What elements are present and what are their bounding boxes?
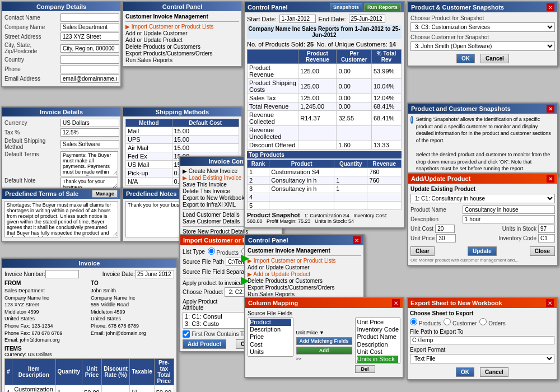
contact-name-label: Contact Name [4,15,60,21]
revenue-table: Product RevenuePer Customer% Total Rev P… [247,49,402,150]
choose-customer-row: Choose Customer for Snapshot 3: John Smi… [410,34,555,51]
column-mapping-close[interactable]: ✕ [392,299,400,307]
cp2-item-1[interactable]: ▶ Import Customer or Product Lists [248,258,361,264]
choose-customer-select[interactable]: 3: John Smith (Open Software) [410,41,555,51]
city-input[interactable] [60,44,119,53]
snapshot-ok-button[interactable]: OK [456,54,475,63]
invoice-number-input[interactable] [45,270,79,278]
to-label: TO [91,280,174,286]
products-export-radio[interactable] [410,318,417,325]
export-sheet-close[interactable]: ✕ [546,299,554,307]
file-path-input[interactable] [410,336,554,344]
units-in-stock-input[interactable] [538,225,555,233]
terms-content[interactable]: Shortages: The Buyer must make all claim… [4,201,118,237]
inventory-code-label: Inventory Code [498,235,536,241]
email-input[interactable] [60,74,119,83]
cp-item-3[interactable]: Add or Update Product [125,37,239,43]
from-label: FROM [4,280,88,286]
table-row: Discount Offered1.6013.33 [248,141,402,150]
choose-product-row: Choose Product for Snapshot 3: C3: Custo… [410,15,555,32]
update-button[interactable]: Update [468,246,497,256]
close-button[interactable]: Close [530,246,555,256]
product-dropdown[interactable]: 1: C1: Consultancy in house [410,194,555,203]
price-inv-row: Unit Price Inventory Code [410,234,555,244]
cp2-item-5[interactable]: Export Products/Customers/Orders [248,284,361,291]
contact-name-input[interactable] [60,13,119,22]
info-icon: i [410,116,413,124]
product-snapshot-close[interactable]: ✕ [547,3,554,11]
products-radio[interactable] [208,248,215,255]
tax-input[interactable] [60,128,119,137]
product-snapshot-info-window: Product and Customer Snapshots ✕ i Setti… [407,102,558,176]
default-shipping-input[interactable] [60,140,119,148]
manage-terms-button[interactable]: Manage [92,190,118,198]
first-row-checkbox[interactable] [183,330,190,338]
control-panel2-close[interactable]: ✕ [353,236,361,244]
default-note-input[interactable]: Thank you for your business. [60,178,118,189]
invoice-date-input[interactable] [135,270,174,278]
unit-cost-input[interactable] [435,225,455,233]
currency-input[interactable] [60,119,119,127]
file-path-label: File Path to Export To [410,329,554,335]
end-date-input[interactable] [349,15,385,23]
cp-item-6[interactable]: Run Sales Reports [125,57,239,63]
street-address-input[interactable] [60,32,119,41]
customer-export-radio[interactable] [444,318,451,325]
cp2-item-2[interactable]: Add or Update Customer [248,264,361,270]
invoice-main-title: Invoice [2,259,176,268]
snapshots-button[interactable]: Snapshots [330,3,362,11]
add-update-product-title: Add/Update Product [411,175,470,182]
del-button[interactable]: Del [355,365,375,373]
source-file-label: Source File Path [183,259,224,265]
country-input[interactable] [60,55,119,64]
choose-product-select[interactable]: 3: C3: Customization Services [410,22,555,32]
target-fields-list[interactable]: Unit Price Inventory Code Product Name D… [355,318,401,364]
phone-input[interactable] [60,65,119,73]
invoice-number-area: Invoice Number: [4,270,79,278]
start-date-input[interactable] [279,15,316,23]
product-management-note: Old Monitor product with customer manage… [410,258,555,263]
product-snapshot-title: Product & Customer Snapshots [411,4,504,11]
cp-item-1[interactable]: ▶ Import Customer or Product Lists [125,24,239,30]
add-product-button[interactable]: Add Product [183,339,226,349]
from-address: Sales DepartmentCompany Name Inc123 XYZ … [4,287,88,344]
cp2-item-3[interactable]: ▶ Add or Update Product [248,271,361,277]
default-terms-input[interactable]: Payments: The Buyer must make all paymen… [60,151,118,176]
run-reports-button[interactable]: Run Reports [364,3,401,11]
products-export-label: Products [410,318,441,326]
product-snapshot-row: Product Snapshot 1: Customization S4 Inv… [247,212,402,224]
add-matching-button[interactable]: Add Matching Fields [296,337,352,345]
cp-item-4[interactable]: Delete Products or Customers [125,44,239,50]
cp-item-2[interactable]: Add or Update Customer [125,30,239,36]
arrow-double: >> [296,356,352,361]
product-name-input[interactable] [463,206,555,214]
table-row: Total Revenue1,245.000.0068.41% [248,102,402,111]
attribute-select[interactable]: 1: C1: Consul 3: C3: Custo [183,312,254,329]
table-row: Product Shipping Costs125.000.0010.04% [248,79,402,94]
company-name-input[interactable] [60,23,119,31]
column-mapping-window: Column Mapping ✕ Source File Fields Prod… [244,297,404,378]
update-existing-label: Update Existing Product [410,186,555,192]
product-snapshot-info-close[interactable]: ✕ [547,105,554,113]
snapshot-cancel-button[interactable]: Cancel [480,54,509,63]
source-fields-label: Source File Fields [248,310,400,316]
inventory-code-input[interactable] [538,234,555,242]
export-format-select[interactable]: Excel Workbook Excel Workbook Text File [410,354,554,363]
export-format-label: Export Format [410,347,554,353]
description-input[interactable] [463,215,555,223]
cp-item-5[interactable]: Export Products/Customers/Orders [125,50,239,57]
orders-export-radio[interactable] [479,318,487,325]
product-snapshot-window: Product & Customer Snapshots ✕ Choose Pr… [407,1,558,67]
add-update-product-close[interactable]: ✕ [547,175,554,183]
export-ok-button[interactable]: OK [456,367,474,377]
unit-price-input[interactable] [436,234,456,242]
control-panel-title: Control Panel [123,2,241,11]
street-address-label: Street Address [4,34,60,40]
add-button[interactable]: Add [296,347,352,354]
source-fields-list[interactable]: Product Description Price Cost Units [248,318,293,357]
clear-button[interactable]: Clear [410,246,435,256]
table-row: Revenue Uncollected [248,126,402,141]
export-cancel-button[interactable]: Cancel [480,367,508,377]
cp2-item-4[interactable]: Delete Products or Customers [248,278,361,284]
control-panel2-title: Control Panel [248,237,288,244]
